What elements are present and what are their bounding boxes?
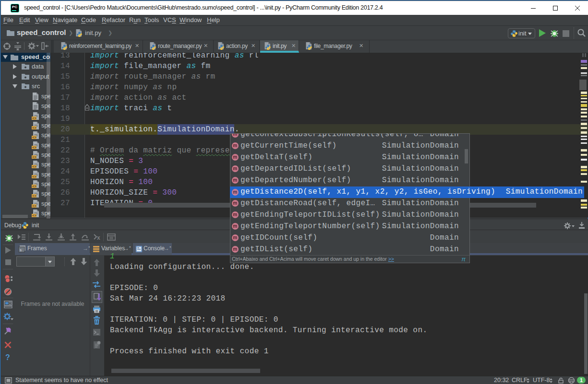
- svg-text:s: s: [20, 248, 22, 252]
- svg-text:x: x: [97, 234, 100, 241]
